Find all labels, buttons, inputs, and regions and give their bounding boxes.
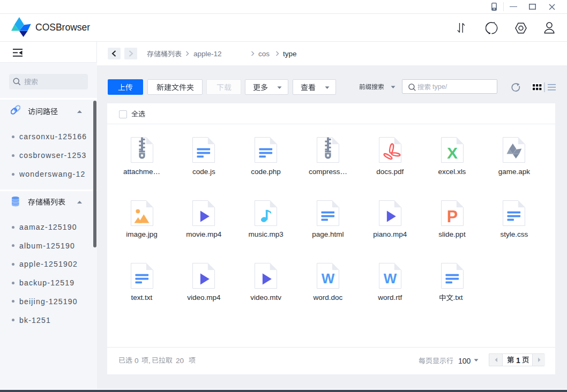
svg-text:W: W bbox=[383, 270, 397, 287]
svg-text:P: P bbox=[446, 207, 457, 225]
svg-text:X: X bbox=[446, 144, 457, 162]
svg-text:W: W bbox=[322, 270, 335, 287]
